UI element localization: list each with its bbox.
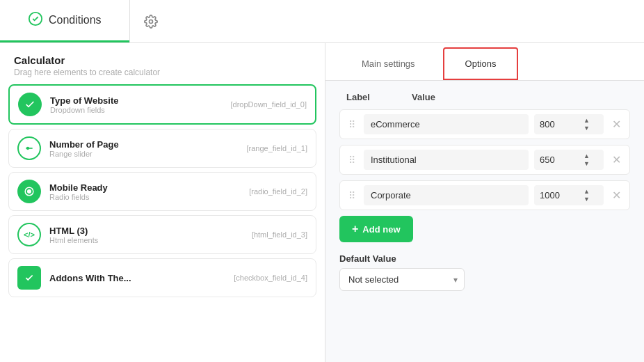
plus-icon — [352, 223, 358, 235]
field-id-0: [dropDown_field_id_0] — [231, 100, 307, 109]
field-type-1: Range slider — [49, 150, 239, 158]
field-type-0: Dropdown fields — [50, 106, 223, 114]
value-col-header: Value — [412, 92, 435, 102]
field-id-1: [range_field_id_1] — [247, 144, 307, 152]
field-type-3: Html elements — [49, 236, 243, 244]
add-new-button[interactable]: Add new — [339, 216, 413, 242]
option-row-1: ⠿ ▲ ▼ ✕ — [339, 145, 630, 175]
option-label-input-2[interactable] — [364, 185, 529, 205]
calculator-title: Calculator — [14, 54, 311, 66]
value-down-2[interactable]: ▼ — [582, 196, 591, 203]
value-up-0[interactable]: ▲ — [582, 117, 591, 125]
field-info-0: Type of Website Dropdown fields — [50, 95, 223, 114]
field-icon-html: </> — [17, 223, 41, 246]
top-bar: Conditions — [0, 0, 644, 43]
value-up-1[interactable]: ▲ — [582, 152, 591, 160]
field-id-2: [radio_field_id_2] — [249, 187, 307, 196]
tab-options[interactable]: Options — [443, 47, 519, 80]
svg-point-3 — [27, 148, 29, 150]
right-panel: Main settings Options Label Value ⠿ ▲ — [325, 43, 644, 362]
field-id-3: [html_field_id_3] — [252, 230, 307, 239]
field-icon-dropdown — [18, 93, 42, 116]
field-item-number-of-page[interactable]: Number of Page Range slider [range_field… — [8, 129, 316, 168]
field-name-2: Mobile Ready — [49, 182, 241, 193]
value-up-2[interactable]: ▲ — [582, 188, 591, 196]
svg-point-1 — [149, 19, 152, 23]
conditions-icon — [28, 11, 43, 30]
value-spinners-0: ▲ ▼ — [579, 116, 594, 134]
conditions-label: Conditions — [49, 14, 102, 26]
default-value-section: Default Value Not selected eCommerce Ins… — [339, 253, 630, 291]
value-down-1[interactable]: ▼ — [582, 160, 591, 168]
main-content: Calculator Drag here elements to create … — [0, 43, 644, 362]
field-item-html[interactable]: </> HTML (3) Html elements [html_field_i… — [8, 215, 316, 254]
field-info-3: HTML (3) Html elements — [49, 226, 243, 244]
value-spinners-2: ▲ ▼ — [579, 187, 594, 205]
value-input-0[interactable] — [534, 114, 579, 134]
default-select-wrap: Not selected eCommerce Institutional Cor… — [339, 268, 465, 291]
field-id-4: [checkbox_field_id_4] — [234, 274, 307, 282]
option-label-input-1[interactable] — [364, 150, 529, 170]
field-icon-radio — [17, 180, 41, 203]
field-info-2: Mobile Ready Radio fields — [49, 182, 241, 201]
conditions-tab[interactable]: Conditions — [0, 0, 129, 42]
add-new-label: Add new — [362, 224, 400, 235]
drag-handle-1[interactable]: ⠿ — [346, 155, 358, 166]
left-panel: Calculator Drag here elements to create … — [0, 43, 325, 362]
calculator-header: Calculator Drag here elements to create … — [0, 43, 325, 84]
label-col-header: Label — [346, 92, 370, 102]
field-type-2: Radio fields — [49, 193, 241, 201]
tab-bar: Main settings Options — [325, 43, 644, 81]
remove-option-1[interactable]: ✕ — [609, 152, 624, 168]
field-icon-range — [17, 136, 41, 160]
svg-point-5 — [28, 190, 31, 194]
value-input-wrap-0: ▲ ▼ — [534, 114, 604, 134]
settings-icon-btn[interactable] — [129, 0, 172, 42]
tab-main-settings[interactable]: Main settings — [339, 47, 437, 80]
remove-option-0[interactable]: ✕ — [609, 116, 624, 132]
drag-handle-0[interactable]: ⠿ — [346, 119, 358, 130]
option-row-0: ⠿ ▲ ▼ ✕ — [339, 109, 630, 139]
value-down-0[interactable]: ▼ — [582, 125, 591, 132]
option-label-input-0[interactable] — [364, 114, 529, 134]
field-item-type-of-website[interactable]: Type of Website Dropdown fields [dropDow… — [8, 84, 316, 125]
field-icon-checkbox — [17, 266, 41, 290]
field-name-0: Type of Website — [50, 95, 223, 106]
value-input-2[interactable] — [534, 185, 579, 205]
calculator-subtitle: Drag here elements to create calculator — [14, 68, 311, 77]
field-list: Type of Website Dropdown fields [dropDow… — [0, 84, 325, 306]
value-input-wrap-2: ▲ ▼ — [534, 185, 604, 205]
field-name-1: Number of Page — [49, 139, 239, 150]
field-item-mobile-ready[interactable]: Mobile Ready Radio fields [radio_field_i… — [8, 172, 316, 211]
default-value-select[interactable]: Not selected eCommerce Institutional Cor… — [339, 268, 465, 291]
field-info-4: Addons With The... — [49, 273, 225, 283]
field-name-3: HTML (3) — [49, 226, 243, 236]
drag-handle-2[interactable]: ⠿ — [346, 190, 358, 201]
field-name-4: Addons With The... — [49, 273, 225, 283]
remove-option-2[interactable]: ✕ — [609, 187, 624, 203]
option-row-2: ⠿ ▲ ▼ ✕ — [339, 180, 630, 210]
value-input-1[interactable] — [534, 150, 579, 170]
panel-body: Label Value ⠿ ▲ ▼ ✕ ⠿ — [325, 81, 644, 302]
field-info-1: Number of Page Range slider — [49, 139, 239, 158]
field-item-addons[interactable]: Addons With The... [checkbox_field_id_4] — [8, 258, 316, 297]
default-value-label: Default Value — [339, 253, 630, 264]
value-spinners-1: ▲ ▼ — [579, 151, 594, 169]
options-header: Label Value — [339, 92, 630, 102]
value-input-wrap-1: ▲ ▼ — [534, 150, 604, 170]
